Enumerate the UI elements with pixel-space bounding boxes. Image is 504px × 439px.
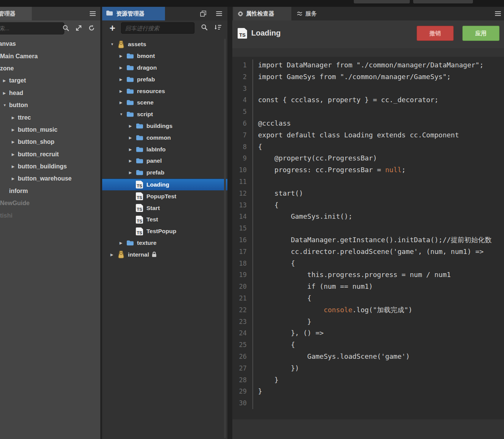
asset-item-scene[interactable]: ▶scene <box>102 97 227 109</box>
hierarchy-item-button-shop[interactable]: ▶button_shop <box>0 136 100 148</box>
top-toolbar-button[interactable] <box>413 0 473 3</box>
hierarchy-panel-header: 管理器 <box>0 7 100 20</box>
hierarchy-item-main-camera[interactable]: Main Camera <box>0 50 100 62</box>
asset-item-buildings[interactable]: ▶buildings <box>102 120 227 132</box>
asset-item-label: panel <box>146 157 162 164</box>
code-line <box>258 83 504 95</box>
hierarchy-item-button[interactable]: ▼button <box>0 99 100 111</box>
code-line: export default class Loading extends cc.… <box>258 129 504 141</box>
hierarchy-item-canvas[interactable]: Canvas <box>0 38 100 50</box>
assets-scrollbar[interactable] <box>224 39 226 438</box>
float-window-icon[interactable] <box>200 11 206 18</box>
line-number: 4 <box>232 94 251 106</box>
chevron-down-icon[interactable]: ▼ <box>110 42 117 46</box>
tab-service[interactable]: 服务 <box>292 7 330 20</box>
asset-item-internal[interactable]: ▶internal <box>102 249 227 260</box>
tab-property-inspector[interactable]: 属性检查器 <box>233 7 291 20</box>
hierarchy-item-button-recruit[interactable]: ▶button_recruit <box>0 148 100 160</box>
hamburger-icon[interactable] <box>495 11 501 16</box>
chevron-right-icon[interactable]: ▶ <box>12 177 18 181</box>
chevron-right-icon[interactable]: ▶ <box>120 101 126 104</box>
hamburger-icon[interactable] <box>216 11 222 16</box>
chevron-right-icon[interactable]: ▶ <box>12 153 18 156</box>
hierarchy-item-tishi[interactable]: tishi <box>0 209 100 221</box>
asset-item-script[interactable]: ▼script <box>102 109 227 120</box>
code-line: this.progress.progress = num / num1 <box>258 269 504 281</box>
asset-item-test[interactable]: TSTest <box>102 214 227 226</box>
asset-item-testpopup[interactable]: TSTestPopup <box>102 226 227 237</box>
chevron-right-icon[interactable]: ▶ <box>120 78 126 81</box>
hierarchy-item-newguide[interactable]: NewGuide <box>0 197 100 209</box>
chevron-right-icon[interactable]: ▶ <box>12 165 18 168</box>
apply-button[interactable]: 应用 <box>462 26 499 41</box>
revert-button[interactable]: 撤销 <box>417 26 454 41</box>
chevron-right-icon[interactable]: ▶ <box>110 253 117 257</box>
chevron-down-icon[interactable]: ▼ <box>120 112 126 116</box>
chevron-right-icon[interactable]: ▶ <box>3 79 9 83</box>
asset-item-common[interactable]: ▶common <box>102 132 227 143</box>
asset-item-dragon[interactable]: ▶dragon <box>102 62 227 74</box>
asset-item-popuptest[interactable]: TSPopupTest <box>102 190 227 202</box>
refresh-icon[interactable] <box>87 23 96 33</box>
hierarchy-item-button-warehouse[interactable]: ▶button_warehouse <box>0 173 100 185</box>
assets-tree: ▼assets▶bmont▶dragon▶prefab▶resources▶sc… <box>102 39 227 260</box>
hierarchy-item-button-music[interactable]: ▶button_music <box>0 124 100 136</box>
tab-assets-manager[interactable]: 资源管理器 <box>102 7 165 20</box>
asset-item-loading[interactable]: TSLoading <box>102 179 227 191</box>
hierarchy-item-target[interactable]: ▶target <box>0 75 100 87</box>
search-icon[interactable] <box>200 23 209 32</box>
chevron-right-icon[interactable]: ▶ <box>129 124 136 128</box>
chevron-right-icon[interactable]: ▶ <box>129 148 136 151</box>
line-number: 29 <box>232 386 251 397</box>
chevron-right-icon[interactable]: ▶ <box>12 128 18 132</box>
chevron-down-icon[interactable]: ▼ <box>3 103 9 107</box>
top-toolbar-button[interactable] <box>354 0 410 3</box>
add-asset-button[interactable]: + <box>107 21 117 35</box>
hierarchy-item-label: ttrec <box>18 114 31 121</box>
code-line: GameSys.loadScene('game') <box>258 351 504 363</box>
hierarchy-item-head[interactable]: ▶head <box>0 87 100 99</box>
hierarchy-item-inform[interactable]: inform <box>0 185 100 197</box>
chevron-right-icon[interactable]: ▶ <box>129 171 136 174</box>
asset-item-prefab[interactable]: ▶prefab <box>102 167 227 179</box>
hamburger-icon[interactable] <box>90 11 96 16</box>
code-line: start() <box>258 188 504 199</box>
line-number: 30 <box>232 397 251 409</box>
line-number: 17 <box>232 246 251 258</box>
sort-desc-icon[interactable] <box>213 23 222 32</box>
asset-item-prefab[interactable]: ▶prefab <box>102 73 227 85</box>
chevron-right-icon[interactable]: ▶ <box>120 66 126 70</box>
asset-item-label: common <box>146 134 171 141</box>
hierarchy-item-button-buildings[interactable]: ▶button_buildings <box>0 160 100 173</box>
chevron-right-icon[interactable]: ▶ <box>129 159 136 163</box>
hierarchy-search-input[interactable] <box>0 22 64 34</box>
hierarchy-item-zone[interactable]: zone <box>0 62 100 75</box>
inspector-tab-row: 属性检查器 服务 <box>232 7 504 20</box>
chevron-right-icon[interactable]: ▶ <box>120 89 126 93</box>
asset-item-bmont[interactable]: ▶bmont <box>102 50 227 62</box>
asset-item-resources[interactable]: ▶resources <box>102 85 227 97</box>
ts-file-icon: TS <box>136 216 144 224</box>
chevron-right-icon[interactable]: ▶ <box>12 140 18 144</box>
chevron-right-icon[interactable]: ▶ <box>3 91 9 95</box>
asset-item-labinfo[interactable]: ▶labInfo <box>102 143 227 155</box>
asset-item-texture[interactable]: ▶texture <box>102 237 227 249</box>
tab-property-label: 属性检查器 <box>246 10 274 17</box>
line-number: 8 <box>232 141 251 153</box>
asset-item-assets[interactable]: ▼assets <box>102 39 227 50</box>
expand-diagonal-icon[interactable] <box>74 23 83 33</box>
search-icon[interactable] <box>61 23 70 33</box>
line-number: 9 <box>232 153 251 164</box>
asset-item-start[interactable]: TSStart <box>102 202 227 214</box>
chevron-right-icon[interactable]: ▶ <box>120 241 126 245</box>
hierarchy-item-label: button_buildings <box>18 163 67 170</box>
hierarchy-item-ttrec[interactable]: ▶ttrec <box>0 111 100 123</box>
asset-item-panel[interactable]: ▶panel <box>102 155 227 167</box>
chevron-right-icon[interactable]: ▶ <box>12 116 18 120</box>
panel-divider[interactable] <box>227 7 232 439</box>
assets-search-input[interactable] <box>121 22 194 34</box>
asset-item-label: labInfo <box>146 146 166 153</box>
tab-hierarchy-manager[interactable]: 管理器 <box>0 7 32 20</box>
chevron-right-icon[interactable]: ▶ <box>120 54 126 58</box>
chevron-right-icon[interactable]: ▶ <box>129 136 136 140</box>
